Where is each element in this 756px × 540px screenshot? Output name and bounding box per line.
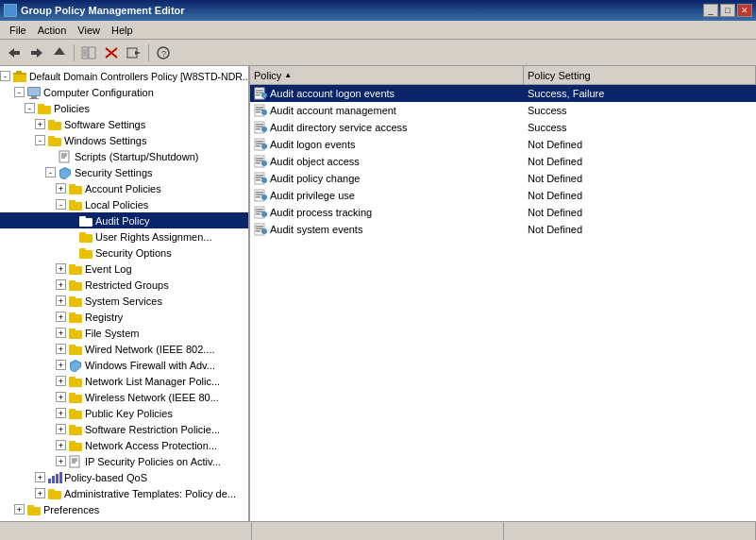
restricted-groups-toggle[interactable]: + (56, 279, 66, 290)
menu-action[interactable]: Action (32, 23, 73, 38)
svg-rect-48 (69, 312, 76, 316)
tree-node-software-restriction[interactable]: + Software Restriction Policie... (0, 421, 248, 437)
tree-node-wired-network[interactable]: + Wired Network (IEEE 802.... (0, 341, 248, 357)
policy-icon-9 (254, 223, 267, 236)
list-row[interactable]: Audit account management Success (250, 102, 756, 119)
account-policies-toggle[interactable]: + (56, 183, 66, 194)
list-row[interactable]: Audit policy change Not Defined (250, 170, 756, 187)
local-policies-icon (68, 198, 83, 211)
nap-toggle[interactable]: + (56, 440, 66, 450)
software-settings-toggle[interactable]: + (35, 119, 45, 129)
row-policy-5: Audit object access (250, 154, 524, 169)
tree-node-policies[interactable]: - Policies (0, 100, 248, 116)
menu-help[interactable]: Help (106, 23, 139, 38)
software-restriction-toggle[interactable]: + (56, 424, 66, 434)
tree-node-restricted-groups[interactable]: + Restricted Groups (0, 277, 248, 293)
event-log-icon (68, 262, 83, 276)
tree-node-wireless-network[interactable]: + Wireless Network (IEEE 80... (0, 389, 248, 405)
tree-node-audit-policy[interactable]: Audit Policy (0, 212, 248, 228)
svg-rect-3 (31, 51, 37, 55)
policies-toggle[interactable]: - (25, 103, 35, 113)
list-row[interactable]: ✓ Audit account logon events Success, Fa… (250, 85, 756, 102)
user-rights-spacer (66, 231, 76, 242)
tree-node-public-key[interactable]: + Public Key Policies (0, 405, 248, 421)
delete-button[interactable] (101, 42, 122, 63)
list-row[interactable]: Audit directory service access Success (250, 119, 756, 136)
network-list-toggle[interactable]: + (56, 376, 66, 386)
windows-firewall-toggle[interactable]: + (56, 360, 66, 370)
registry-toggle[interactable]: + (56, 312, 66, 322)
tree-node-system-services[interactable]: + System Services (0, 293, 248, 309)
security-settings-toggle[interactable]: - (45, 167, 56, 177)
file-system-toggle[interactable]: + (56, 328, 66, 338)
tree-root[interactable]: - Default Domain Controllers Policy [W8S… (0, 68, 248, 84)
ip-security-toggle[interactable]: + (56, 456, 66, 466)
svg-rect-109 (256, 196, 260, 198)
wired-network-toggle[interactable]: + (56, 344, 66, 354)
maximize-button[interactable]: □ (720, 4, 735, 17)
tree-node-windows-settings[interactable]: - Windows Settings (0, 132, 248, 148)
svg-text:?: ? (161, 49, 166, 59)
event-log-toggle[interactable]: + (56, 263, 66, 274)
local-policies-toggle[interactable]: - (56, 199, 66, 210)
header-policy[interactable]: Policy ▲ (250, 66, 524, 84)
tree-pane[interactable]: - Default Domain Controllers Policy [W8S… (0, 66, 250, 521)
forward-button[interactable] (26, 42, 47, 63)
list-row[interactable]: Audit privilege use Not Defined (250, 187, 756, 204)
tree-node-security-options[interactable]: Security Options (0, 245, 248, 261)
tree-node-scripts[interactable]: Scripts (Startup/Shutdown) (0, 148, 248, 164)
tree-node-local-policies[interactable]: - Local Policies (0, 196, 248, 212)
close-button[interactable]: ✕ (737, 4, 752, 17)
tree-node-software-settings[interactable]: + Software Settings (0, 116, 248, 132)
svg-rect-27 (59, 151, 69, 162)
svg-rect-52 (69, 345, 76, 348)
status-panel-2 (252, 522, 504, 540)
list-row[interactable]: Audit process tracking Not Defined (250, 204, 756, 221)
tree-node-policy-qos[interactable]: + Policy-based QoS (0, 469, 248, 485)
system-services-toggle[interactable]: + (56, 295, 66, 306)
tree-node-computer-config[interactable]: - Computer Configuration (0, 84, 248, 100)
export-button[interactable] (124, 42, 144, 63)
tree-node-windows-firewall[interactable]: + Windows Firewall with Adv... (0, 357, 248, 373)
up-button[interactable] (49, 42, 70, 63)
account-policies-icon (68, 182, 83, 195)
tree-node-user-rights[interactable]: User Rights Assignmen... (0, 228, 248, 245)
tree-node-preferences[interactable]: + Preferences (0, 501, 248, 517)
windows-settings-toggle[interactable]: - (35, 135, 45, 145)
header-setting[interactable]: Policy Setting (524, 66, 756, 84)
tree-node-event-log[interactable]: + Event Log (0, 261, 248, 277)
svg-rect-22 (38, 104, 44, 108)
show-hide-button[interactable] (78, 42, 99, 63)
computer-config-toggle[interactable]: - (14, 87, 25, 97)
row-policy-label-6: Audit policy change (270, 173, 360, 184)
preferences-toggle[interactable]: + (14, 504, 25, 515)
list-row[interactable]: Audit logon events Not Defined (250, 136, 756, 153)
menu-view[interactable]: View (72, 23, 106, 38)
svg-point-85 (261, 110, 267, 115)
minimize-button[interactable]: _ (703, 4, 718, 17)
svg-marker-4 (54, 47, 65, 55)
security-options-spacer (66, 247, 76, 258)
windows-firewall-label: Windows Firewall with Adv... (85, 360, 215, 371)
public-key-toggle[interactable]: + (56, 408, 66, 418)
tree-node-account-policies[interactable]: + Account Policies (0, 180, 248, 196)
menu-file[interactable]: File (4, 23, 32, 38)
tree-node-security-settings[interactable]: - Security Settings (0, 164, 248, 180)
row-setting-3: Success (524, 121, 756, 134)
tree-node-admin-templates[interactable]: + Administrative Templates: Policy de... (0, 485, 248, 501)
row-setting-5: Not Defined (524, 155, 756, 168)
tree-node-file-system[interactable]: + File System (0, 325, 248, 341)
tree-node-ip-security[interactable]: + IP Security Policies on Activ... (0, 453, 248, 469)
list-row[interactable]: Audit system events Not Defined (250, 221, 756, 238)
admin-templates-toggle[interactable]: + (35, 488, 45, 498)
tree-node-registry[interactable]: + Registry (0, 309, 248, 325)
back-button[interactable] (4, 42, 25, 63)
root-toggle[interactable]: - (0, 71, 10, 81)
list-row[interactable]: Audit object access Not Defined (250, 153, 756, 170)
wireless-network-toggle[interactable]: + (56, 392, 66, 402)
tree-node-nap[interactable]: + Network Access Protection... (0, 437, 248, 453)
tree-node-network-list[interactable]: + Network List Manager Polic... (0, 373, 248, 389)
policy-qos-toggle[interactable]: + (35, 472, 45, 482)
help-button[interactable]: ? (153, 42, 174, 63)
list-body[interactable]: ✓ Audit account logon events Success, Fa… (250, 85, 756, 521)
